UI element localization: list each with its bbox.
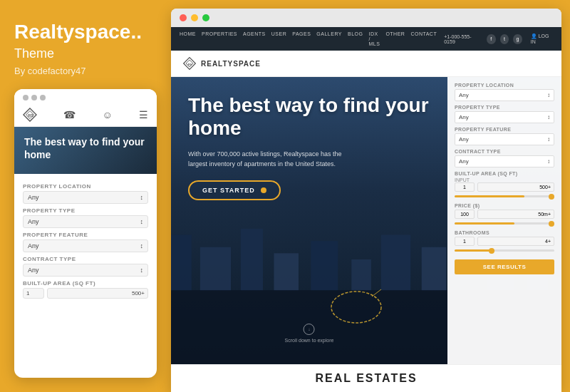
form-price-label: PRICE ($) (455, 203, 554, 208)
form-price-thumb[interactable] (549, 221, 554, 227)
nav-properties[interactable]: PROPERTIES (202, 31, 237, 46)
bottom-bar: REAL ESTATES (171, 364, 561, 392)
hero-description: With over 700,000 active listings, Realt… (188, 150, 359, 169)
mobile-built-min[interactable]: 1 (23, 288, 44, 299)
nav-gp-icon[interactable]: g (513, 34, 522, 44)
nav-login[interactable]: 👤 LOG IN (531, 33, 553, 44)
mobile-user-icon: ☺ (102, 109, 112, 120)
nav-pages[interactable]: PAGES (292, 31, 311, 46)
svg-text:RS: RS (28, 113, 33, 118)
mobile-contract-chevron: ↕ (140, 267, 144, 274)
form-location-chevron-icon: ↕ (547, 92, 550, 98)
form-built-range-row: INPUT (455, 177, 554, 182)
form-feature-label: PROPERTY FEATURE (455, 127, 554, 132)
form-contract-label: CONTRACT TYPE (455, 149, 554, 154)
browser-content: HOME PROPERTIES AGENTS USER PAGES GALLER… (171, 27, 561, 392)
mobile-field-type: PROPERTY TYPE Any ↕ (23, 207, 148, 228)
nav-user[interactable]: USER (271, 31, 286, 46)
form-bathrooms-thumb[interactable] (489, 248, 494, 254)
theme-subtitle: Theme (14, 46, 157, 61)
mobile-built-label: BUILT-UP AREA (SQ FT) (23, 280, 148, 287)
site-nav-icons: f t g 👤 LOG IN (487, 33, 553, 44)
mobile-feature-chevron: ↕ (140, 242, 144, 249)
form-contract-value: Any (459, 158, 469, 165)
nav-gallery[interactable]: GALLERY (316, 31, 342, 46)
mobile-type-select[interactable]: Any ↕ (23, 215, 148, 228)
form-feature-chevron-icon: ↕ (547, 136, 550, 143)
nav-other[interactable]: OTHER (385, 31, 405, 46)
form-feature-select[interactable]: Any ↕ (455, 133, 554, 145)
phone-number: +1-000-555-0159 (444, 34, 480, 44)
site-nav-main: RS REALTYSPACE (171, 51, 561, 77)
mobile-contract-value: Any (28, 267, 39, 274)
nav-home[interactable]: HOME (180, 31, 196, 46)
form-built-thumb[interactable] (549, 194, 554, 200)
form-built-inputs: 1 500+ (455, 182, 554, 192)
form-type-value: Any (459, 114, 469, 120)
form-feature-value: Any (459, 136, 469, 143)
mobile-field-location: PROPERTY LOCATION Any ↕ (23, 183, 148, 204)
mobile-menu-icon[interactable]: ☰ (139, 109, 148, 120)
form-location-select[interactable]: Any ↕ (455, 89, 554, 101)
svg-point-25 (331, 292, 381, 323)
form-bathrooms-min-input[interactable]: 1 (455, 237, 475, 246)
mobile-field-contract: CONTRACT TYPE Any ↕ (23, 256, 148, 277)
hero-search-form: PROPERTY LOCATION Any ↕ PROPERTY TYPE An… (447, 77, 561, 364)
nav-blog[interactable]: BLOG (348, 31, 363, 46)
form-bathrooms-max-input[interactable]: 4+ (477, 237, 554, 246)
mobile-type-value: Any (28, 218, 39, 225)
mobile-location-label: PROPERTY LOCATION (23, 183, 148, 190)
mobile-hero-title: The best way to find your home (24, 135, 147, 161)
mobile-hero: The best way to find your home (14, 127, 157, 174)
annotation-circle (328, 286, 385, 329)
form-price-track (455, 222, 554, 225)
theme-author: By codefactory47 (14, 66, 157, 76)
scroll-indicator: ↓ Scroll down to explore (285, 324, 334, 343)
mobile-mockup: RS ☎ ☺ ☰ The best way to find your home … (14, 89, 157, 378)
browser-dot-yellow (191, 14, 198, 21)
form-bathrooms-track (455, 249, 554, 252)
hero-main-title: The best way to find your home (188, 94, 433, 140)
form-built-min-input[interactable]: 1 (455, 182, 475, 192)
form-price-max-input[interactable]: 50m+ (477, 210, 554, 219)
nav-fb-icon[interactable]: f (487, 34, 496, 44)
mobile-location-select[interactable]: Any ↕ (23, 191, 148, 204)
form-type-select[interactable]: Any ↕ (455, 111, 554, 123)
mobile-top-bar (14, 89, 157, 103)
form-location-label: PROPERTY LOCATION (455, 83, 554, 88)
form-built-max-input[interactable]: 500+ (477, 182, 554, 192)
mobile-field-built: BUILT-UP AREA (SQ FT) 1 500+ (23, 280, 148, 299)
mobile-location-value: Any (28, 194, 39, 201)
get-started-button[interactable]: GET STARTED (188, 180, 281, 200)
form-built-track (455, 195, 554, 197)
browser-dot-green (202, 14, 209, 21)
scroll-text: Scroll down to explore (285, 338, 334, 343)
browser-bar (171, 9, 561, 27)
form-built-fill (455, 195, 524, 197)
form-bathrooms-label: BATHROOMS (455, 230, 554, 235)
mobile-logo-icon: RS (23, 108, 37, 122)
mobile-type-chevron: ↕ (140, 218, 144, 225)
nav-agents[interactable]: AGENTS (243, 31, 266, 46)
form-price-fill (455, 222, 514, 225)
form-built-label: BUILT-UP AREA (SQ FT) (455, 171, 554, 176)
mobile-contract-select[interactable]: Any ↕ (23, 264, 148, 277)
mobile-feature-select[interactable]: Any ↕ (23, 239, 148, 252)
mobile-form: PROPERTY LOCATION Any ↕ PROPERTY TYPE An… (14, 174, 157, 378)
nav-tw-icon[interactable]: t (500, 34, 509, 44)
form-type-chevron-icon: ↕ (547, 114, 550, 120)
form-contract-select[interactable]: Any ↕ (455, 155, 554, 167)
hero-content: The best way to find your home With over… (171, 77, 447, 364)
browser-dot-red (180, 14, 187, 21)
site-nav-top: HOME PROPERTIES AGENTS USER PAGES GALLER… (171, 27, 561, 51)
form-price-min-input[interactable]: 100 (455, 210, 475, 219)
mobile-built-max[interactable]: 500+ (47, 288, 148, 299)
left-panel: Realtyspace.. Theme By codefactory47 RS … (0, 0, 171, 392)
see-results-button[interactable]: SEE RESULTS (455, 259, 554, 274)
mobile-dot-3 (40, 95, 46, 100)
mobile-contract-label: CONTRACT TYPE (23, 256, 148, 262)
mobile-dot-1 (23, 95, 28, 100)
nav-contact[interactable]: CONTACT (410, 31, 437, 46)
nav-idx[interactable]: IDX / MLS (368, 31, 380, 46)
scroll-circle-icon: ↓ (304, 324, 315, 335)
